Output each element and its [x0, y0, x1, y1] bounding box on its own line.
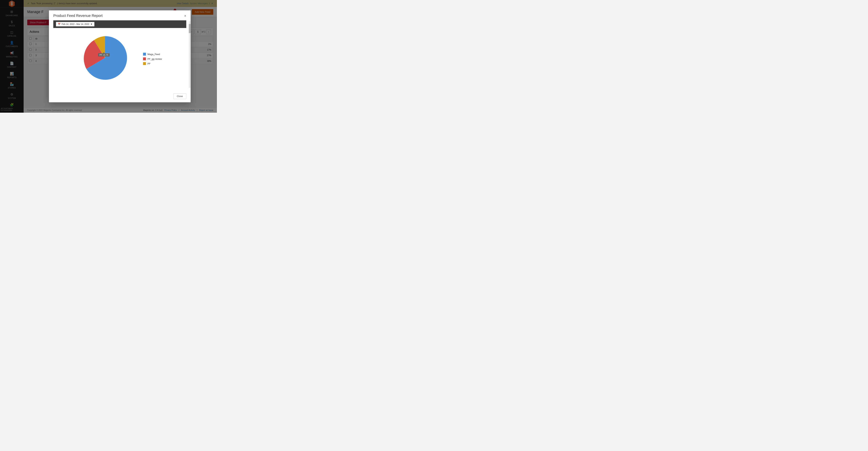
- chart-area: PF: 21.75 Maga_Feed PF_gg review PF: [53, 32, 186, 88]
- modal-close-footer-button[interactable]: Close: [173, 93, 186, 99]
- tooltip-text: PF: 21.75: [99, 54, 108, 56]
- legend-color-pf: [143, 62, 146, 65]
- pie-chart-svg: [78, 33, 132, 83]
- date-range-selector[interactable]: 📅 Feb 14, 2022 - Mar 14, 2022 ▼: [56, 22, 94, 27]
- modal-footer: Close: [49, 92, 191, 102]
- legend-color-pf-gg-review: [143, 57, 146, 60]
- date-range-bar: 📅 Feb 14, 2022 - Mar 14, 2022 ▼: [53, 20, 186, 28]
- legend-color-maga-feed: [143, 53, 146, 56]
- product-feed-revenue-modal: Product Feed Revenue Report × 📅 Feb 14, …: [49, 10, 191, 102]
- legend-label-pf-gg-review: PF_gg review: [148, 58, 162, 60]
- legend-label-maga-feed: Maga_Feed: [148, 53, 160, 56]
- legend-item-pf-gg-review: PF_gg review: [143, 57, 162, 60]
- calendar-icon: 📅: [58, 23, 61, 25]
- legend-label-pf: PF: [148, 62, 151, 65]
- modal-scrollbar[interactable]: [189, 21, 191, 88]
- legend-item-pf: PF: [143, 62, 162, 65]
- scrollbar-thumb: [189, 24, 191, 33]
- pie-tooltip: PF: 21.75: [98, 53, 110, 57]
- modal-title: Product Feed Revenue Report: [53, 13, 102, 18]
- modal-close-button[interactable]: ×: [184, 14, 186, 18]
- pie-chart-container: PF: 21.75: [78, 33, 136, 84]
- date-range-dropdown-icon: ▼: [90, 23, 93, 25]
- legend-item-maga-feed: Maga_Feed: [143, 53, 162, 56]
- date-range-value: Feb 14, 2022 - Mar 14, 2022: [62, 23, 89, 25]
- chart-legend: Maga_Feed PF_gg review PF: [143, 53, 162, 65]
- modal-body: 📅 Feb 14, 2022 - Mar 14, 2022 ▼ PF: 21.7…: [49, 20, 191, 92]
- modal-header: Product Feed Revenue Report ×: [49, 10, 191, 20]
